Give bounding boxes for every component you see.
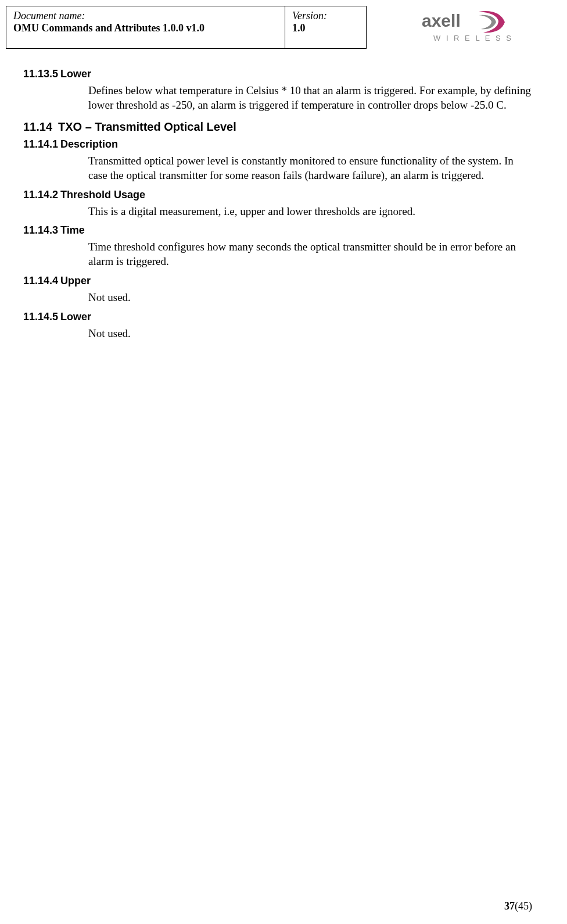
heading-number: 11.14 bbox=[23, 120, 58, 134]
body-11-14-1: Transmitted optical power level is const… bbox=[88, 154, 532, 182]
body-11-14-2: This is a digital measurement, i.e, uppe… bbox=[88, 205, 532, 219]
axell-wireless-logo-icon: axell W I R E L E S S bbox=[422, 10, 538, 46]
logo-text-top: axell bbox=[422, 11, 461, 30]
page-number: 37 bbox=[504, 900, 515, 912]
heading-11-14-5: 11.14.5Lower bbox=[23, 311, 538, 323]
page-content: 11.13.5Lower Defines below what temperat… bbox=[0, 52, 567, 341]
heading-title: Lower bbox=[60, 311, 91, 323]
brand-logo: axell W I R E L E S S bbox=[422, 10, 538, 46]
heading-title: Threshold Usage bbox=[60, 189, 145, 200]
heading-title: TXO – Transmitted Optical Level bbox=[58, 120, 236, 133]
heading-number: 11.14.1 bbox=[23, 138, 60, 151]
heading-11-14-1: 11.14.1Description bbox=[23, 138, 538, 151]
heading-number: 11.14.2 bbox=[23, 189, 60, 201]
heading-title: Description bbox=[60, 138, 118, 150]
body-11-14-5: Not used. bbox=[88, 327, 532, 341]
heading-11-14: 11.14TXO – Transmitted Optical Level bbox=[23, 120, 538, 134]
heading-title: Upper bbox=[60, 275, 91, 286]
page-total: (45) bbox=[515, 900, 532, 912]
body-11-14-3: Time threshold configures how many secon… bbox=[88, 240, 532, 268]
doc-info-table: Document name: OMU Commands and Attribut… bbox=[6, 6, 367, 49]
heading-11-14-2: 11.14.2Threshold Usage bbox=[23, 189, 538, 201]
heading-number: 11.13.5 bbox=[23, 68, 60, 80]
heading-11-14-3: 11.14.3Time bbox=[23, 224, 538, 237]
heading-number: 11.14.5 bbox=[23, 311, 60, 323]
version-label: Version: bbox=[292, 10, 359, 22]
logo-text-bottom: W I R E L E S S bbox=[433, 34, 513, 42]
heading-title: Time bbox=[60, 224, 85, 236]
heading-number: 11.14.3 bbox=[23, 224, 60, 237]
body-11-13-5: Defines below what temperature in Celsiu… bbox=[88, 84, 532, 112]
body-11-14-4: Not used. bbox=[88, 291, 532, 305]
heading-11-13-5: 11.13.5Lower bbox=[23, 68, 538, 80]
heading-number: 11.14.4 bbox=[23, 275, 60, 287]
heading-title: Lower bbox=[60, 68, 91, 80]
page-footer: 37(45) bbox=[504, 900, 532, 912]
page-header: Document name: OMU Commands and Attribut… bbox=[0, 0, 567, 52]
heading-11-14-4: 11.14.4Upper bbox=[23, 275, 538, 287]
docname-label: Document name: bbox=[13, 10, 278, 22]
version-value: 1.0 bbox=[292, 22, 359, 34]
docname-value: OMU Commands and Attributes 1.0.0 v1.0 bbox=[13, 22, 278, 34]
